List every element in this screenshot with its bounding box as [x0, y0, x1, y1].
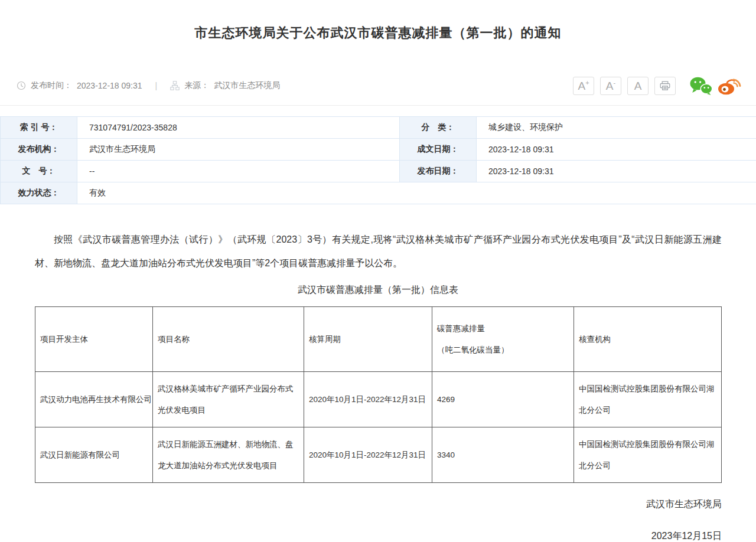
header-reduction-amount: 碳普惠减排量 （吨二氧化碳当量）: [432, 307, 574, 372]
signature-date: 2023年12月15日: [0, 530, 722, 542]
info-label-written-date: 成文日期：: [400, 139, 477, 161]
info-label-issuing-agency: 发布机构：: [1, 139, 77, 161]
table-row: 武汉日新能源有限公司 武汉日新能源五洲建材、新地物流、盘龙大道加油站分布式光伏发…: [35, 427, 722, 483]
reduction-data-table: 项目开发主体 项目名称 核算周期 碳普惠减排量 （吨二氧化碳当量） 核查机构 武…: [35, 306, 722, 483]
notice-paragraph: 按照《武汉市碳普惠管理办法（试行）》（武环规〔2023〕3号）有关规定,现将“武…: [35, 228, 722, 275]
info-label-validity: 效力状态：: [1, 182, 77, 204]
cell-reduction-amount: 3340: [432, 427, 574, 483]
info-label-index-number: 索 引 号：: [1, 117, 77, 139]
cell-developer: 武汉动力电池再生技术有限公司: [35, 372, 153, 427]
table-header-row: 项目开发主体 项目名称 核算周期 碳普惠减排量 （吨二氧化碳当量） 核查机构: [35, 307, 722, 372]
header-verifier: 核查机构: [574, 307, 722, 372]
font-reset-button[interactable]: A: [627, 77, 649, 95]
info-label-publish-date: 发布日期：: [400, 161, 477, 182]
cell-project-name: 武汉格林美城市矿产循环产业园分布式光伏发电项目: [153, 372, 304, 427]
header-developer: 项目开发主体: [35, 307, 153, 372]
printer-icon: [660, 81, 670, 91]
info-value-written-date: 2023-12-18 09:31: [477, 139, 756, 161]
info-value-index-number: 731074791/2023-35828: [77, 117, 400, 139]
wechat-icon: [689, 76, 713, 96]
wechat-share-button[interactable]: [690, 76, 712, 95]
info-row: 发布机构： 武汉市生态环境局 成文日期： 2023-12-18 09:31: [1, 139, 756, 161]
info-value-category: 城乡建设、环境保护: [477, 117, 756, 139]
font-increase-sign: +: [585, 80, 589, 86]
info-value-doc-number: --: [77, 161, 400, 182]
page-title: 市生态环境局关于公布武汉市碳普惠减排量（第一批）的通知: [195, 24, 562, 42]
info-label-category: 分 类：: [400, 117, 477, 139]
weibo-share-button[interactable]: [718, 76, 741, 95]
info-row: 效力状态： 有效: [1, 182, 756, 204]
meta-separator: |: [155, 81, 158, 90]
publish-time-value: 2023-12-18 09:31: [77, 81, 142, 90]
print-button[interactable]: [654, 77, 676, 95]
font-decrease-button[interactable]: A-: [600, 77, 621, 95]
article-page: 市生态环境局关于公布武汉市碳普惠减排量（第一批）的通知 发布时间： 2023-1…: [0, 0, 756, 542]
info-value-issuing-agency: 武汉市生态环境局: [77, 139, 400, 161]
font-decrease-label: A: [606, 80, 614, 92]
page-toolbar: A+ A- A: [573, 76, 741, 95]
font-decrease-sign: -: [614, 80, 616, 86]
cell-reduction-amount: 4269: [432, 372, 574, 427]
cell-verifier: 中国国检测试控股集团股份有限公司湖北分公司: [574, 372, 722, 427]
meta-bar: 发布时间： 2023-12-18 09:31 | 来源： 武汉市生态环境局 A+…: [0, 66, 756, 106]
header-accounting-period: 核算周期: [304, 307, 432, 372]
info-label-doc-number: 文 号：: [1, 161, 77, 182]
cell-developer: 武汉日新能源有限公司: [35, 427, 153, 483]
info-value-validity: 有效: [77, 182, 756, 204]
header-project-name: 项目名称: [153, 307, 304, 372]
table-row: 武汉动力电池再生技术有限公司 武汉格林美城市矿产循环产业园分布式光伏发电项目 2…: [35, 372, 722, 427]
data-table-caption: 武汉市碳普惠减排量（第一批）信息表: [0, 284, 756, 296]
signature: 武汉市生态环境局: [0, 498, 722, 511]
font-reset-label: A: [634, 80, 642, 92]
cell-accounting-period: 2020年10月1日-2022年12月31日: [304, 427, 432, 483]
font-increase-label: A: [578, 80, 585, 92]
clock-icon: [17, 81, 26, 90]
weibo-icon: [717, 76, 742, 96]
cell-verifier: 中国国检测试控股集团股份有限公司湖北分公司: [574, 427, 722, 483]
cell-accounting-period: 2020年10月1日-2022年12月31日: [304, 372, 432, 427]
info-value-publish-date: 2023-12-18 09:31: [477, 161, 756, 182]
font-increase-button[interactable]: A+: [573, 77, 594, 95]
header-reduction-unit: （吨二氧化碳当量）: [437, 339, 569, 360]
publish-time-label: 发布时间：: [31, 80, 72, 91]
info-row: 索 引 号： 731074791/2023-35828 分 类： 城乡建设、环境…: [1, 117, 756, 139]
info-row: 文 号： -- 发布日期： 2023-12-18 09:31: [1, 161, 756, 182]
source-icon: [170, 81, 180, 90]
header-reduction-title: 碳普惠减排量: [437, 318, 569, 339]
source-label: 来源：: [184, 80, 209, 91]
title-bar: 市生态环境局关于公布武汉市碳普惠减排量（第一批）的通知: [0, 0, 756, 66]
cell-project-name: 武汉日新能源五洲建材、新地物流、盘龙大道加油站分布式光伏发电项目: [153, 427, 304, 483]
source-value: 武汉市生态环境局: [214, 80, 280, 91]
meta-info: 发布时间： 2023-12-18 09:31 | 来源： 武汉市生态环境局: [17, 80, 280, 91]
document-info-table: 索 引 号： 731074791/2023-35828 分 类： 城乡建设、环境…: [0, 116, 756, 204]
